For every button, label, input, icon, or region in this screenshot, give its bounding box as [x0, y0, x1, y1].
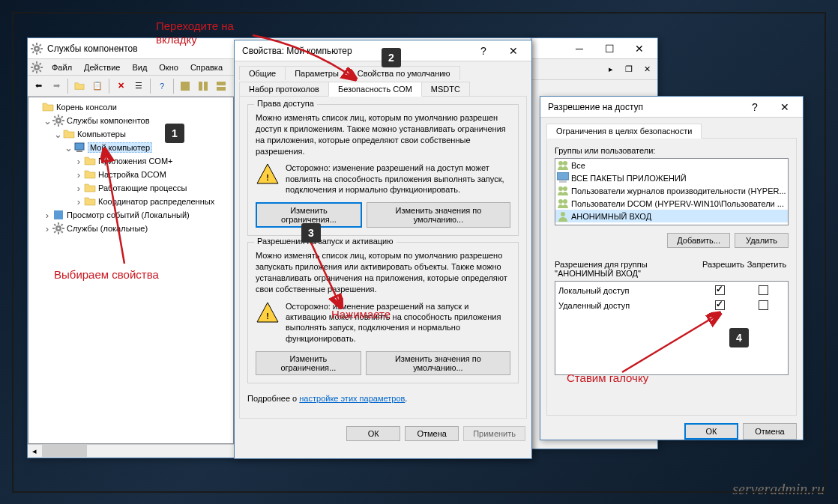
bg-titlebar: ─ ☐ ✕	[528, 38, 657, 59]
launch-warn: Осторожно: изменение разрешений на запус…	[286, 301, 510, 344]
props-apply[interactable]: Применить	[463, 426, 525, 441]
component-services-icon	[31, 43, 43, 55]
warning-icon: !	[256, 301, 280, 325]
tree-dcom[interactable]: ›Настройка DCOM	[31, 168, 230, 181]
properties-dialog: Свойства: Мой компьютер ? ✕ Общие Параме…	[234, 40, 532, 459]
tree-mycomputer[interactable]: ⌄Мой компьютер	[31, 141, 230, 154]
list-all-packages[interactable]: ВСЕ ПАКЕТЫ ПРИЛОЖЕНИЙ	[555, 171, 788, 184]
bg-min[interactable]: ─	[564, 39, 594, 58]
tb-back[interactable]: ⬅	[30, 78, 46, 94]
svg-text:!: !	[266, 173, 269, 182]
perm-ok[interactable]: ОК	[684, 423, 738, 440]
svg-rect-12	[217, 82, 226, 85]
props-title: Свойства: Мой компьютер	[238, 46, 468, 56]
tab-security-limits[interactable]: Ограничения в целях безопасности	[546, 124, 702, 139]
tab-msdtc[interactable]: MSDTC	[421, 82, 470, 96]
tb-fwd[interactable]: ➡	[48, 78, 64, 94]
btn-delete[interactable]: Удалить	[735, 233, 789, 248]
props-close[interactable]: ✕	[498, 41, 528, 61]
perm-help[interactable]: ?	[740, 97, 770, 117]
svg-rect-14	[54, 210, 63, 219]
svg-rect-10	[199, 82, 202, 91]
tb-v1[interactable]	[177, 78, 193, 94]
bg-close[interactable]: ✕	[624, 39, 654, 58]
perm-cancel[interactable]: Отмена	[743, 423, 797, 440]
perm-title: Разрешение на доступ	[543, 102, 740, 112]
perm-close[interactable]: ✕	[770, 97, 800, 117]
bg-max[interactable]: ☐	[594, 39, 624, 58]
perm-tabs: Ограничения в целях безопасности	[546, 124, 797, 139]
warning-icon: !	[256, 163, 280, 186]
watermark: serveradmin.ru	[732, 481, 825, 498]
props-cancel[interactable]: Отмена	[405, 426, 459, 441]
btn-add[interactable]: Добавить...	[667, 233, 730, 248]
list-dcom-users[interactable]: Пользователи DCOM (HYPERV-WIN10\Пользова…	[555, 197, 788, 210]
perm-remote: Удаленный доступ	[558, 301, 698, 310]
tb-v2[interactable]	[195, 78, 211, 94]
svg-rect-13	[217, 87, 226, 91]
tb-props[interactable]: 📋	[89, 78, 106, 94]
tree-running[interactable]: ›Работающие процессы	[31, 181, 230, 195]
access-warn: Осторожно: изменение разрешений на досту…	[286, 163, 510, 195]
list-perf-users[interactable]: Пользователи журналов производительности…	[555, 184, 788, 197]
perm-titlebar[interactable]: Разрешение на доступ ? ✕	[540, 97, 803, 118]
check-remote-deny[interactable]	[759, 300, 768, 310]
btn-edit-defaults-2[interactable]: Изменить значения по умолчанию...	[366, 351, 510, 375]
col-deny: Запретить	[745, 260, 789, 278]
tree-services[interactable]: ›Службы (локальные)	[31, 222, 230, 235]
group-launch-perms: Разрешения на запуск и активацию Можно и…	[247, 242, 519, 383]
tree-coord[interactable]: ›Координатор распределенных	[31, 195, 230, 208]
check-local-allow[interactable]	[715, 285, 725, 295]
list-anonymous[interactable]: АНОНИМНЫЙ ВХОД	[555, 210, 788, 222]
tree-comapps[interactable]: ›Приложения COM+	[31, 154, 230, 168]
launch-text: Можно изменять список лиц, которым по ум…	[256, 250, 510, 294]
check-remote-allow[interactable]	[715, 300, 725, 310]
col-allow: Разрешить	[702, 260, 745, 278]
tree-svc[interactable]: ⌄Службы компонентов	[31, 114, 230, 127]
tab-protocols[interactable]: Набор протоколов	[239, 82, 329, 96]
more-info-link[interactable]: настройке этих параметров	[299, 394, 405, 403]
tab-defprops[interactable]: Свойства по умолчанию	[348, 66, 460, 80]
tb-props2[interactable]: ☰	[130, 78, 147, 94]
legend-launch: Разрешения на запуск и активацию	[254, 237, 397, 246]
list-all[interactable]: Все	[555, 159, 788, 171]
groups-list[interactable]: Все ВСЕ ПАКЕТЫ ПРИЛОЖЕНИЙ Пользователи ж…	[555, 158, 789, 225]
props-titlebar[interactable]: Свойства: Мой компьютер ? ✕	[235, 40, 531, 61]
menu-window[interactable]: Окно	[153, 61, 184, 73]
svg-text:!: !	[266, 312, 269, 321]
tab-params[interactable]: Параметры	[285, 66, 349, 80]
more-info: Подробнее о настройке этих параметров.	[247, 394, 519, 403]
perms-list: Локальный доступ Удаленный доступ	[555, 281, 789, 375]
btn-edit-limits-2[interactable]: Изменить ограничения...	[256, 351, 361, 375]
tab-com-security[interactable]: Безопасность COM	[328, 82, 422, 97]
mmc-tree[interactable]: Корень консоли ⌄Службы компонентов ⌄Комп…	[28, 97, 234, 444]
menu-file[interactable]: Файл	[46, 61, 78, 73]
tree-eventvwr[interactable]: ›Просмотр событий (Локальный)	[31, 208, 230, 222]
props-help[interactable]: ?	[468, 41, 498, 61]
props-ok[interactable]: ОК	[346, 426, 400, 441]
btn-edit-limits-1[interactable]: Изменить ограничения...	[256, 202, 362, 228]
perm-local: Локальный доступ	[558, 286, 698, 295]
tb-up[interactable]	[71, 78, 88, 94]
check-local-deny[interactable]	[759, 285, 768, 295]
menu-view[interactable]: Вид	[126, 61, 153, 73]
btn-edit-defaults-1[interactable]: Изменить значения по умолчанию...	[367, 202, 510, 228]
groups-label: Группы или пользователи:	[555, 146, 789, 155]
tb-v3[interactable]	[213, 78, 229, 94]
menu-icon	[31, 61, 43, 73]
access-text: Можно изменять список лиц, которым по ум…	[256, 112, 510, 157]
tb-help[interactable]: ?	[154, 78, 170, 94]
menu-action[interactable]: Действие	[78, 61, 126, 73]
tab-general[interactable]: Общие	[239, 66, 286, 80]
svg-rect-11	[204, 82, 208, 91]
props-tabs-row2: Набор протоколов Безопасность COM MSDTC	[239, 82, 527, 97]
group-access-rights: Права доступа Можно изменять список лиц,…	[247, 104, 519, 236]
legend-access: Права доступа	[254, 99, 317, 108]
svg-rect-9	[181, 82, 190, 91]
tree-root[interactable]: Корень консоли	[31, 100, 230, 114]
tb-delete[interactable]: ✕	[112, 78, 129, 94]
perms-for-label: Разрешения для группы "АНОНИМНЫЙ ВХОД"	[555, 260, 702, 278]
tree-computers[interactable]: ⌄Компьютеры	[31, 127, 230, 141]
props-tabs-row1: Общие Параметры Свойства по умолчанию	[239, 66, 527, 80]
menu-help[interactable]: Справка	[184, 61, 229, 73]
